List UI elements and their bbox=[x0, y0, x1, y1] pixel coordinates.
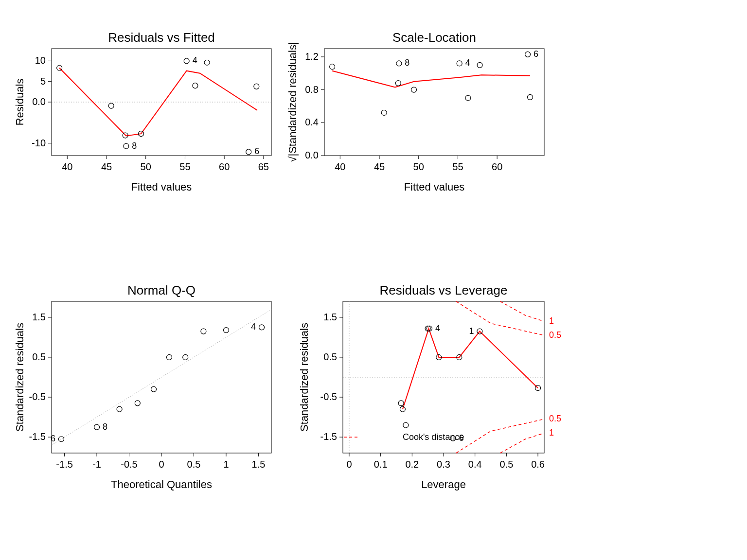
data-point bbox=[330, 64, 335, 70]
x-tick-label: 50 bbox=[141, 161, 151, 172]
x-axis-label: Leverage bbox=[421, 478, 466, 490]
y-tick-label: 0.0 bbox=[305, 150, 319, 160]
x-tick-label: 0.2 bbox=[405, 459, 419, 470]
lowess-line bbox=[403, 329, 538, 409]
y-tick-label: 0.5 bbox=[323, 351, 337, 362]
x-tick-label: 1 bbox=[223, 459, 229, 470]
y-axis-label: Standardized residuals bbox=[14, 323, 26, 432]
point-label: 4 bbox=[251, 322, 256, 332]
data-point bbox=[193, 83, 198, 88]
panel-scale_location: Scale-Location4045505560Fitted values0.0… bbox=[286, 30, 544, 193]
y-tick-label: 1.2 bbox=[305, 51, 319, 62]
data-point bbox=[135, 401, 140, 406]
x-tick-label: 0 bbox=[159, 459, 164, 470]
x-tick-label: 0.4 bbox=[468, 459, 482, 470]
cook-level-label: 0.5 bbox=[549, 414, 561, 423]
data-point bbox=[403, 422, 409, 428]
x-tick-label: 45 bbox=[374, 161, 385, 172]
cook-level-label: 0.5 bbox=[549, 330, 561, 340]
point-label: 8 bbox=[103, 422, 107, 432]
x-tick-label: 40 bbox=[62, 161, 72, 172]
x-tick-label: -0.5 bbox=[121, 459, 137, 470]
cook-level-label: 1 bbox=[549, 316, 554, 326]
data-point bbox=[381, 110, 387, 116]
x-tick-label: -1 bbox=[92, 459, 101, 470]
chart-title: Residuals vs Leverage bbox=[379, 283, 507, 298]
x-tick-label: 0 bbox=[346, 459, 352, 470]
y-tick-label: 5 bbox=[40, 76, 46, 87]
y-axis-label: Residuals bbox=[14, 79, 26, 126]
y-tick-label: -0.5 bbox=[320, 391, 337, 402]
x-tick-label: 40 bbox=[335, 161, 345, 172]
data-point bbox=[395, 81, 401, 86]
y-tick-label: 1.5 bbox=[32, 312, 46, 322]
data-point bbox=[259, 325, 265, 330]
point-label: 8 bbox=[405, 58, 409, 68]
point-label: 6 bbox=[534, 49, 538, 59]
y-tick-label: 10 bbox=[35, 55, 46, 66]
y-tick-label: 0.5 bbox=[32, 351, 46, 362]
y-tick-label: -0.5 bbox=[29, 391, 46, 402]
point-label: 6 bbox=[254, 146, 259, 156]
cook-contour bbox=[456, 419, 544, 453]
data-point bbox=[465, 95, 471, 101]
data-point bbox=[58, 437, 64, 442]
x-axis-label: Theoretical Quantiles bbox=[111, 478, 212, 490]
qq-reference-line bbox=[52, 309, 271, 445]
point-label: 6 bbox=[459, 433, 463, 443]
data-point bbox=[223, 328, 229, 333]
data-point bbox=[183, 354, 188, 360]
y-axis-label: Standardized residuals bbox=[298, 323, 310, 432]
chart-title: Scale-Location bbox=[392, 30, 476, 45]
data-point bbox=[108, 103, 114, 108]
cook-contour bbox=[500, 433, 544, 453]
data-point bbox=[117, 406, 122, 412]
data-point bbox=[477, 62, 482, 68]
cook-contour bbox=[500, 301, 544, 321]
data-point bbox=[398, 401, 404, 406]
x-tick-label: -1.5 bbox=[56, 459, 72, 470]
x-tick-label: 0.3 bbox=[437, 459, 450, 470]
data-point bbox=[527, 94, 533, 100]
lowess-line bbox=[332, 71, 530, 88]
x-axis-label: Fitted values bbox=[131, 181, 192, 193]
panel-residuals_vs_leverage: Residuals vs Leverage00.10.20.30.40.50.6… bbox=[298, 283, 561, 490]
point-label: 4 bbox=[465, 58, 470, 68]
data-point bbox=[396, 61, 402, 66]
panel-residuals_vs_fitted: Residuals vs Fitted404550556065Fitted va… bbox=[14, 30, 271, 193]
x-tick-label: 50 bbox=[413, 161, 424, 172]
y-tick-label: 0.0 bbox=[32, 96, 46, 107]
data-point bbox=[457, 61, 462, 66]
y-tick-label: -10 bbox=[32, 138, 46, 148]
x-tick-label: 0.5 bbox=[499, 459, 513, 470]
data-point bbox=[124, 143, 129, 149]
x-tick-label: 55 bbox=[179, 161, 190, 172]
plot-border bbox=[324, 49, 544, 156]
cook-level-label: 1 bbox=[549, 428, 554, 438]
chart-title: Residuals vs Fitted bbox=[108, 30, 215, 45]
chart-title: Normal Q-Q bbox=[127, 283, 196, 298]
point-label: 6 bbox=[51, 434, 55, 443]
y-tick-label: 0.8 bbox=[305, 84, 319, 95]
data-point bbox=[201, 329, 206, 334]
data-point bbox=[151, 386, 157, 392]
data-point bbox=[204, 60, 210, 65]
x-axis-label: Fitted values bbox=[404, 181, 465, 193]
x-tick-label: 0.6 bbox=[531, 459, 545, 470]
data-point bbox=[254, 84, 259, 89]
data-point bbox=[94, 424, 100, 430]
point-label: 1 bbox=[469, 326, 474, 336]
y-axis-label: √|Standardized residuals| bbox=[286, 42, 299, 162]
x-tick-label: 55 bbox=[452, 161, 463, 172]
panel-normal_qq: Normal Q-Q-1.5-1-0.500.511.5Theoretical … bbox=[14, 283, 271, 490]
x-tick-label: 60 bbox=[219, 161, 230, 172]
y-tick-label: -1.5 bbox=[29, 431, 46, 442]
point-label: 8 bbox=[132, 141, 137, 151]
y-tick-label: 0.4 bbox=[305, 117, 319, 127]
x-tick-label: 45 bbox=[101, 161, 112, 172]
y-tick-label: 1.5 bbox=[323, 312, 337, 322]
data-point bbox=[166, 354, 172, 360]
data-point bbox=[184, 58, 189, 64]
point-label: 4 bbox=[435, 323, 440, 333]
data-point bbox=[411, 87, 417, 92]
